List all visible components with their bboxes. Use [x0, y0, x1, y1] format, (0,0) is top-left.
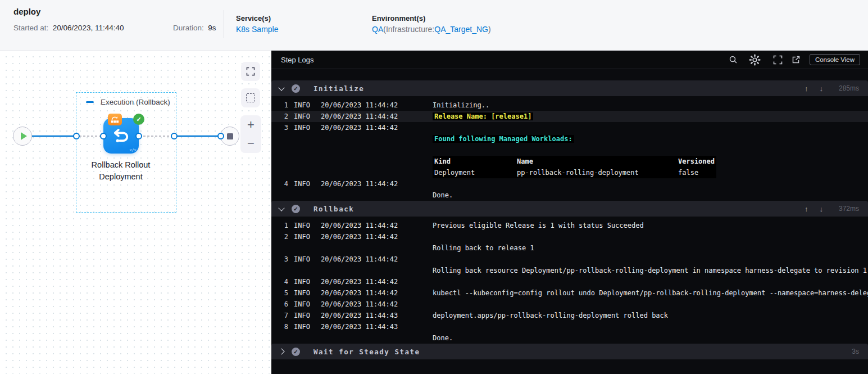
- log-section-header[interactable]: ✓Initialize↑↓285ms: [271, 80, 868, 96]
- log-level: INFO: [294, 231, 315, 242]
- log-message: KindNameVersioned: [433, 156, 868, 167]
- scroll-to-bottom-button[interactable]: ↓: [820, 205, 824, 213]
- canvas-select-button[interactable]: [241, 88, 260, 107]
- env-close-paren: ): [488, 25, 491, 34]
- expand-logs-button[interactable]: [773, 55, 783, 65]
- stop-icon: [227, 133, 233, 139]
- services-label: Service(s): [236, 14, 271, 22]
- scroll-to-bottom-button[interactable]: ↓: [820, 84, 824, 93]
- section-duration: 3s: [831, 348, 859, 355]
- line-number: [280, 265, 288, 276]
- line-number: [280, 145, 288, 156]
- scroll-to-top-button[interactable]: ↑: [805, 205, 808, 213]
- log-message: deployment.apps/pp-rollback-rolling-depl…: [433, 310, 868, 321]
- log-level: [294, 190, 315, 201]
- log-level: INFO: [294, 220, 315, 231]
- log-timestamp: 20/06/2023 11:44:43: [321, 321, 427, 332]
- started-value: 20/06/2023, 11:44:40: [51, 24, 124, 32]
- log-level: INFO: [294, 321, 315, 332]
- log-level: INFO: [294, 310, 315, 321]
- log-row: [271, 145, 868, 156]
- section-duration: 372ms: [831, 205, 859, 213]
- step-title[interactable]: Rollback Rollout Deployment: [70, 159, 171, 183]
- log-timestamp: [321, 190, 427, 201]
- log-message: [433, 321, 868, 332]
- workload-table-cell: Name: [517, 156, 678, 167]
- log-level: [294, 145, 315, 156]
- console-header: Step Logs: [271, 51, 868, 69]
- log-message: [433, 299, 868, 310]
- log-level: INFO: [294, 254, 315, 265]
- rollback-arrow-icon: [111, 126, 131, 147]
- environments-value: QA(Infrastructure:QA_Target_NG): [372, 25, 491, 34]
- chevron-down-icon[interactable]: [278, 205, 284, 211]
- log-message: Release Name: [release1]: [433, 111, 868, 122]
- collapse-minus-icon[interactable]: [86, 101, 94, 103]
- log-timestamp: 20/06/2023 11:44:42: [321, 111, 427, 122]
- log-section-header[interactable]: ✓Wait for Steady State3s: [271, 344, 868, 359]
- log-sections: ✓Initialize↑↓285ms1INFO20/06/2023 11:44:…: [271, 69, 868, 359]
- log-level: INFO: [294, 299, 315, 310]
- scroll-to-top-button[interactable]: ↑: [805, 84, 808, 93]
- search-button[interactable]: [729, 55, 738, 64]
- log-timestamp: 20/06/2023 11:44:42: [321, 231, 427, 242]
- log-level: [294, 133, 315, 145]
- gear-icon: [749, 54, 761, 66]
- section-duration: 285ms: [831, 84, 859, 92]
- console-view-button[interactable]: Console View: [810, 54, 860, 65]
- step-success-icon: ✓: [292, 84, 300, 93]
- log-timestamp: [321, 156, 427, 167]
- log-row: 3INFO20/06/2023 11:44:42: [271, 254, 868, 265]
- duration-label: Duration:: [173, 24, 204, 32]
- line-number: 1: [280, 100, 288, 111]
- search-icon: [729, 55, 738, 64]
- line-number: 1: [280, 220, 288, 231]
- log-timestamp: 20/06/2023 11:44:42: [321, 287, 427, 299]
- canvas-fullscreen-button[interactable]: [241, 62, 260, 81]
- log-message: [433, 231, 868, 242]
- log-message: Initializing..: [433, 100, 868, 111]
- chevron-down-icon[interactable]: [278, 84, 284, 91]
- execution-group-label[interactable]: Execution (Rollback): [101, 98, 170, 106]
- log-row: 7INFO20/06/2023 11:44:43deployment.apps/…: [271, 310, 868, 321]
- log-level: INFO: [294, 276, 315, 287]
- log-message: Previous eligible Release is 1 with stat…: [433, 220, 868, 231]
- log-timestamp: 20/06/2023 11:44:42: [321, 276, 427, 287]
- log-row: 2INFO20/06/2023 11:44:42Release Name: [r…: [271, 111, 868, 122]
- services-value: K8s Sample: [236, 25, 278, 34]
- line-number: 2: [280, 111, 288, 122]
- chevron-right-icon[interactable]: [278, 348, 284, 354]
- expand-icon: [773, 55, 783, 65]
- environment-link[interactable]: QA: [372, 25, 383, 34]
- rollback-step-node[interactable]: ✓ </>: [103, 118, 139, 154]
- zoom-in-button[interactable]: +: [247, 119, 255, 131]
- log-row: 5INFO20/06/2023 11:44:42kubectl --kubeco…: [271, 287, 868, 299]
- log-message: [433, 122, 868, 133]
- log-timestamp: 20/06/2023 11:44:42: [321, 100, 427, 111]
- environments-label: Environment(s): [372, 14, 425, 22]
- started-label: Started at:: [13, 24, 48, 32]
- execution-header: deploy Started at: 20/06/2023, 11:44:40 …: [0, 0, 868, 51]
- pipeline-start-node: [13, 127, 32, 146]
- pipeline-canvas[interactable]: Execution (Rollback): [0, 51, 271, 374]
- open-in-new-button[interactable]: [792, 55, 801, 64]
- settings-button[interactable]: [749, 54, 761, 66]
- workload-table-cell: Versioned: [678, 156, 715, 167]
- workload-table-cell: Kind: [434, 156, 517, 167]
- log-row: Deploymentpp-rollback-rolling-deployment…: [271, 167, 868, 178]
- zoom-out-button[interactable]: −: [247, 137, 255, 150]
- log-timestamp: [321, 145, 427, 156]
- service-link[interactable]: K8s Sample: [236, 25, 278, 34]
- rolling-deployment-badge-icon: [108, 114, 122, 125]
- line-number: 4: [280, 178, 288, 190]
- log-row: Rolling back resource Deployment/pp-roll…: [271, 265, 868, 276]
- line-number: [280, 167, 288, 178]
- log-message: [433, 254, 868, 265]
- log-section-header[interactable]: ✓Rollback↑↓372ms: [271, 201, 868, 217]
- log-timestamp: [321, 133, 427, 145]
- marquee-select-icon: [246, 93, 255, 102]
- infrastructure-link[interactable]: QA_Target_NG: [434, 25, 488, 34]
- log-row: Done.: [271, 332, 868, 344]
- log-timestamp: [321, 167, 427, 178]
- log-row: 1INFO20/06/2023 11:44:42Previous eligibl…: [271, 220, 868, 231]
